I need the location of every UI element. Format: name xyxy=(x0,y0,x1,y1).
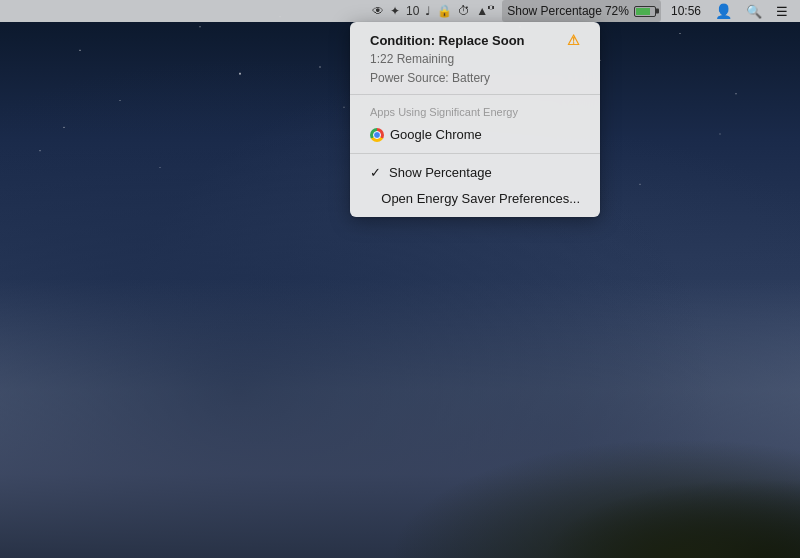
clock-icon[interactable]: ⏱ xyxy=(456,0,472,22)
chrome-app-item[interactable]: Google Chrome xyxy=(350,122,600,148)
bluetooth-icon[interactable]: ᪼ xyxy=(492,0,496,22)
battery-dropdown-menu: Condition: Replace Soon ⚠ 1:22 Remaining… xyxy=(350,22,600,217)
battery-percent-label: Show Percentage xyxy=(507,4,602,18)
condition-label: Condition: Replace Soon xyxy=(370,33,525,48)
energy-prefs-item[interactable]: Open Energy Saver Preferences... xyxy=(350,186,600,212)
search-menubar-icon[interactable]: 🔍 xyxy=(742,0,766,22)
energy-prefs-label: Open Energy Saver Preferences... xyxy=(381,189,580,209)
menu-icon[interactable]: ☰ xyxy=(772,0,792,22)
options-section: ✓ Show Percentage Open Energy Saver Pref… xyxy=(350,153,600,217)
menubar: 👁 ✦ 10 ♩ 🔒 ⏱ ▲ ᪼ Show Percentage 72% 10:… xyxy=(0,0,800,22)
battery-percent-value: 72% xyxy=(605,4,629,18)
time-label: 10:56 xyxy=(671,4,701,18)
chrome-app-label: Google Chrome xyxy=(390,125,482,145)
battery-fill xyxy=(636,8,650,15)
warning-icon: ⚠ xyxy=(567,32,580,48)
show-percentage-item[interactable]: ✓ Show Percentage xyxy=(350,160,600,186)
wifi-icon[interactable]: ▲ xyxy=(474,0,490,22)
battery-condition-section: Condition: Replace Soon ⚠ 1:22 Remaining… xyxy=(350,22,600,94)
condition-row: Condition: Replace Soon ⚠ xyxy=(350,28,600,50)
apps-energy-section: Apps Using Significant Energy Google Chr… xyxy=(350,94,600,154)
ten-icon[interactable]: 10 xyxy=(404,0,421,22)
clock-menubar-item[interactable]: 10:56 xyxy=(667,0,705,22)
power-source-label: Power Source: Battery xyxy=(350,69,600,88)
chrome-icon xyxy=(370,128,384,142)
dropbox-icon[interactable]: ✦ xyxy=(388,0,402,22)
user-icon[interactable]: 👤 xyxy=(711,0,736,22)
checkmark-icon: ✓ xyxy=(370,163,381,183)
eye-icon[interactable]: 👁 xyxy=(370,0,386,22)
apps-energy-label: Apps Using Significant Energy xyxy=(350,101,600,122)
lock-icon[interactable]: 🔒 xyxy=(435,0,454,22)
battery-icon xyxy=(634,6,656,17)
music-icon[interactable]: ♩ xyxy=(423,0,433,22)
show-percentage-label: Show Percentage xyxy=(389,163,492,183)
battery-menubar-item[interactable]: Show Percentage 72% xyxy=(502,0,661,22)
time-remaining-label: 1:22 Remaining xyxy=(350,50,600,69)
